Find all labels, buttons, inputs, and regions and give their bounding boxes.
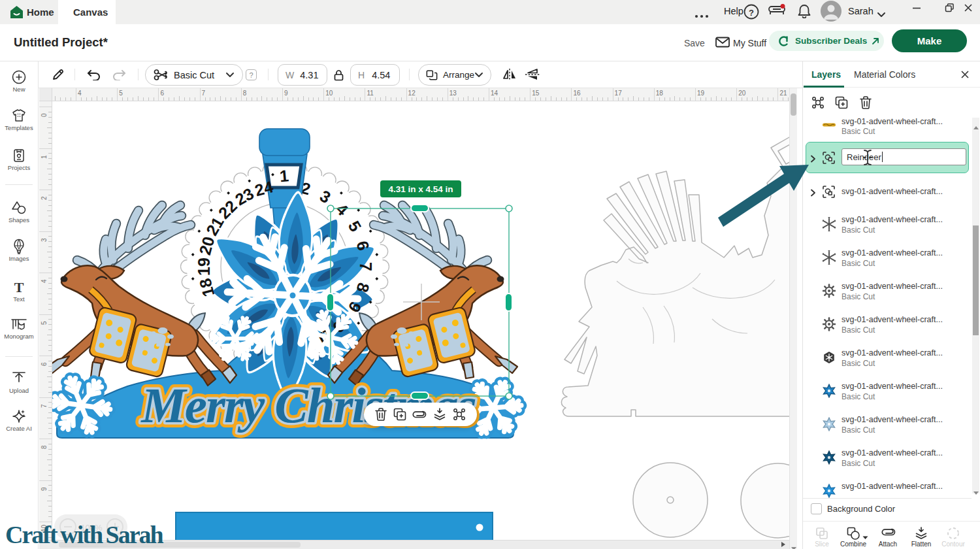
svg-text:19: 19 <box>195 258 213 276</box>
svg-text:1: 1 <box>279 166 289 185</box>
svg-text:?: ? <box>749 8 754 18</box>
svg-text:4.31 in x 4.54 in: 4.31 in x 4.54 in <box>388 184 453 194</box>
svg-text:7: 7 <box>357 262 375 271</box>
svg-text:T: T <box>14 280 24 293</box>
